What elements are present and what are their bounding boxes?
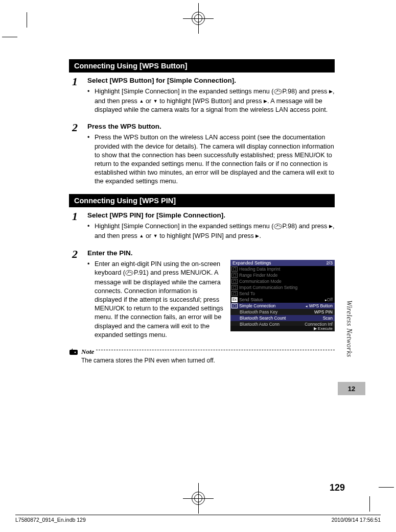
bullet-text: ) and press MENU/OK. A message will be d… (95, 269, 223, 338)
section-heading-wps-pin: Connecting Using [WPS PIN] (69, 194, 335, 207)
lcd-menu-item-selected: Simple Connection (239, 303, 275, 308)
bullet-text: . (259, 232, 261, 239)
bullet-text: ) and press (295, 88, 329, 95)
registration-mark-top (183, 3, 214, 34)
note-icon (69, 348, 78, 356)
footer-timestamp: 2010/09/14 17:56:51 (332, 517, 381, 523)
page-reference: P.98 (283, 223, 295, 230)
step-bullet: • Enter an eight-digit PIN using the on-… (87, 260, 225, 340)
footer-filename: L7580872_0914_En.indb 129 (15, 517, 86, 523)
lcd-title: Expanded Settings (232, 260, 271, 265)
lcd-page-indicator: 2/3 (326, 260, 333, 265)
print-footer: L7580872_0914_En.indb 129 2010/09/14 17:… (15, 515, 381, 523)
page-reference: P.91 (134, 269, 146, 276)
section-heading-wps-button: Connecting Using [WPS Button] (69, 59, 335, 72)
right-arrow-icon (329, 223, 333, 230)
page-reference: P.98 (283, 88, 295, 95)
bullet-text: Highlight [Simple Connection] in the exp… (95, 223, 274, 230)
chapter-number-tab: 12 (338, 382, 365, 395)
note-label: Note (81, 348, 94, 356)
lcd-footer: ▶ Execute (314, 326, 333, 331)
step-bullet: • Highlight [Simple Connection] in the e… (87, 87, 335, 114)
step-2-wps-pin: 2 Enter the PIN. • Enter an eight-digit … (69, 249, 335, 343)
step-title: Select [WPS Button] for [Simple Connecti… (87, 77, 335, 84)
lcd-value: Scan (323, 316, 333, 321)
step-2-wps-button: 2 Press the WPS button. • Press the WPS … (69, 123, 335, 189)
reference-icon (274, 223, 282, 232)
note-heading: Note (69, 348, 335, 356)
step-1-wps-button: 1 Select [WPS Button] for [Simple Connec… (69, 77, 335, 117)
right-arrow-icon (264, 98, 267, 105)
lcd-menu-item: Send Status (239, 297, 263, 302)
reference-icon (274, 88, 282, 97)
svg-point-1 (274, 224, 282, 229)
down-arrow-icon (153, 98, 158, 105)
step-title: Enter the PIN. (87, 249, 335, 257)
page-number: 129 (330, 482, 345, 493)
svg-point-0 (274, 89, 282, 94)
step-number: 2 (69, 123, 87, 189)
step-number: 2 (69, 249, 87, 343)
step-title: Select [WPS PIN] for [Simple Connection]… (87, 211, 335, 219)
step-number: 1 (69, 211, 87, 244)
bullet-text: or (144, 232, 153, 239)
step-bullet: • Highlight [Simple Connection] in the e… (87, 222, 335, 240)
step-title: Press the WPS button. (87, 123, 335, 130)
lcd-sub-item: Bluetooth Search Count (240, 316, 286, 321)
bullet-text: to highlight [WPS Button] and press (158, 98, 264, 105)
camera-lcd-screenshot: Expanded Settings2/3 ▢Heading Data Impri… (230, 260, 335, 331)
note-divider (96, 350, 335, 350)
reference-icon (125, 270, 133, 278)
page-content: Connecting Using [WPS Button] 1 Select [… (69, 59, 335, 364)
right-arrow-icon (329, 88, 333, 95)
side-chapter-label: Wireless Networks (345, 300, 354, 382)
bullet-text: or (144, 98, 153, 105)
lcd-value: Off (327, 297, 333, 302)
step-bullet: • Press the WPS button on the wireless L… (87, 133, 335, 186)
svg-point-2 (125, 270, 133, 275)
side-vertical-text: Wireless Networks (345, 300, 353, 357)
bullet-text: ) and press (295, 223, 329, 230)
lcd-menu-item: Communication Mode (239, 279, 282, 284)
step-number: 1 (69, 77, 87, 117)
lcd-menu-item: Heading Data Imprint (239, 267, 280, 272)
lcd-menu-item: Range Finder Mode (239, 273, 277, 278)
down-arrow-icon (153, 232, 158, 239)
crop-mark-bottom-right (356, 474, 379, 496)
crop-mark-top-left (17, 28, 40, 50)
lcd-value: WPS Button (309, 303, 333, 308)
lcd-sub-item: Bluetooth Pass Key (240, 309, 277, 315)
lcd-menu-item: Import Communication Setting (239, 285, 297, 290)
lcd-ex-icon: Ex (231, 297, 238, 302)
step-1-wps-pin: 1 Select [WPS PIN] for [Simple Connectio… (69, 211, 335, 244)
note-text: The camera stores the PIN even when turn… (81, 357, 335, 364)
registration-mark-bottom (183, 483, 214, 514)
lcd-menu-item: Send To (239, 291, 255, 296)
bullet-text: Highlight [Simple Connection] in the exp… (95, 88, 274, 95)
bullet-text: Press the WPS button on the wireless LAN… (95, 133, 335, 186)
lcd-value: WPS PIN (314, 309, 333, 315)
svg-point-3 (75, 352, 76, 353)
bullet-text: to highlight [WPS PIN] and press (158, 232, 256, 239)
